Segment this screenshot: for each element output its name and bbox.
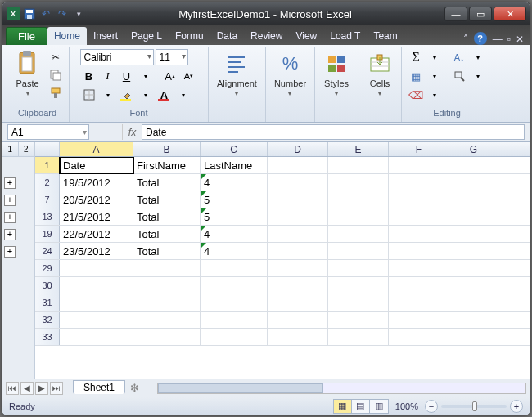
- cell[interactable]: [449, 157, 498, 173]
- cell[interactable]: [328, 329, 389, 345]
- cell[interactable]: [268, 191, 328, 208]
- row-header[interactable]: 1: [35, 157, 60, 173]
- cell[interactable]: [389, 312, 449, 328]
- tab-load-test[interactable]: Load T: [323, 27, 367, 45]
- cell[interactable]: [133, 312, 201, 328]
- cell[interactable]: [268, 208, 328, 225]
- tab-team[interactable]: Team: [367, 27, 404, 45]
- cell[interactable]: [328, 277, 389, 294]
- tab-review[interactable]: Review: [244, 27, 289, 45]
- col-header-C[interactable]: C: [201, 142, 268, 156]
- cell[interactable]: [60, 312, 133, 328]
- grid-rows[interactable]: 1DateFirstNameLastName219/5/2012Total472…: [35, 157, 530, 379]
- cell[interactable]: [268, 277, 328, 294]
- cell[interactable]: [389, 277, 449, 294]
- cell[interactable]: [389, 226, 449, 242]
- cell[interactable]: 20/5/2012: [60, 191, 133, 208]
- grow-font-icon[interactable]: A▴: [161, 68, 179, 84]
- cell[interactable]: [389, 174, 449, 191]
- cell[interactable]: [201, 312, 268, 328]
- cell[interactable]: [328, 294, 389, 311]
- cell[interactable]: [201, 277, 268, 294]
- name-box[interactable]: A1: [7, 124, 89, 140]
- horizontal-scrollbar[interactable]: [157, 383, 526, 394]
- shrink-font-icon[interactable]: A▾: [180, 68, 198, 84]
- find-dropdown-icon[interactable]: ▾: [469, 68, 487, 84]
- tab-view[interactable]: View: [289, 27, 323, 45]
- cells-button[interactable]: Cells ▾: [363, 49, 396, 99]
- minimize-ribbon-icon[interactable]: ˄: [461, 34, 471, 45]
- col-header-B[interactable]: B: [133, 142, 201, 156]
- paste-button[interactable]: Paste ▾: [11, 49, 44, 99]
- cell[interactable]: Total: [133, 208, 201, 225]
- cell[interactable]: 22/5/2012: [60, 226, 133, 242]
- styles-button[interactable]: Styles ▾: [320, 49, 353, 99]
- page-layout-view-icon[interactable]: ▤: [352, 400, 370, 413]
- col-header-E[interactable]: E: [328, 142, 389, 156]
- close-button[interactable]: ✕: [494, 7, 526, 21]
- font-name-combo[interactable]: Calibri: [80, 49, 154, 65]
- cell[interactable]: [133, 329, 201, 345]
- alignment-button[interactable]: Alignment ▾: [214, 49, 260, 99]
- borders-dropdown-icon[interactable]: ▾: [99, 87, 117, 103]
- cell[interactable]: [268, 174, 328, 191]
- cell[interactable]: [60, 277, 133, 294]
- cell[interactable]: [449, 243, 498, 259]
- file-tab[interactable]: File: [6, 27, 47, 45]
- sheet-nav-prev-icon[interactable]: ◀: [20, 382, 34, 395]
- sheet-nav-first-icon[interactable]: ⏮: [6, 382, 19, 395]
- select-all-corner[interactable]: [35, 142, 60, 156]
- col-header-G[interactable]: G: [449, 142, 498, 156]
- cell[interactable]: LastName: [201, 157, 268, 173]
- zoom-in-button[interactable]: +: [510, 400, 523, 413]
- mdi-minimize-icon[interactable]: —: [490, 34, 505, 45]
- cell[interactable]: [328, 174, 389, 191]
- cell[interactable]: [449, 226, 498, 242]
- cell[interactable]: [60, 260, 133, 276]
- outline-expand-icon[interactable]: +: [4, 212, 16, 223]
- fill-dropdown-icon[interactable]: ▾: [426, 68, 444, 84]
- cell[interactable]: [268, 312, 328, 328]
- cell[interactable]: [389, 260, 449, 276]
- new-sheet-icon[interactable]: ✻: [130, 382, 139, 394]
- row-header[interactable]: 19: [35, 226, 60, 242]
- cell[interactable]: [268, 157, 328, 173]
- number-button[interactable]: % Number ▾: [271, 49, 309, 99]
- cell[interactable]: 4: [201, 174, 268, 191]
- cell[interactable]: [201, 329, 268, 345]
- cell[interactable]: [328, 157, 389, 173]
- outline-level-2[interactable]: 2: [19, 142, 35, 156]
- font-color-dropdown-icon[interactable]: ▾: [174, 87, 192, 103]
- format-painter-icon[interactable]: [47, 85, 64, 101]
- fill-color-icon[interactable]: [118, 87, 136, 103]
- cell[interactable]: Total: [133, 174, 201, 191]
- cell[interactable]: 4: [201, 243, 268, 259]
- minimize-button[interactable]: —: [444, 7, 467, 21]
- autosum-icon[interactable]: Σ: [407, 49, 425, 65]
- row-header[interactable]: 30: [35, 277, 60, 294]
- cell[interactable]: [268, 243, 328, 259]
- cell[interactable]: Total: [133, 191, 201, 208]
- clear-dropdown-icon[interactable]: ▾: [426, 87, 444, 103]
- sheet-tab[interactable]: Sheet1: [73, 380, 125, 394]
- borders-icon[interactable]: [80, 87, 98, 103]
- cell[interactable]: Total: [133, 226, 201, 242]
- cell[interactable]: [449, 260, 498, 276]
- cell[interactable]: 4: [201, 226, 268, 242]
- row-header[interactable]: 29: [35, 260, 60, 276]
- page-break-view-icon[interactable]: ▥: [370, 400, 388, 413]
- maximize-button[interactable]: ▭: [469, 7, 492, 21]
- cell[interactable]: [268, 329, 328, 345]
- sheet-nav-last-icon[interactable]: ⏭: [50, 382, 63, 395]
- row-header[interactable]: 32: [35, 312, 60, 328]
- formula-input[interactable]: Date: [142, 124, 525, 140]
- row-header[interactable]: 7: [35, 191, 60, 208]
- cell[interactable]: 19/5/2012: [60, 174, 133, 191]
- clear-icon[interactable]: ⌫: [407, 87, 425, 103]
- underline-dropdown-icon[interactable]: ▾: [137, 68, 155, 84]
- tab-page-layout[interactable]: Page L: [124, 27, 169, 45]
- outline-expand-icon[interactable]: +: [4, 229, 16, 240]
- cell[interactable]: [389, 208, 449, 225]
- cell[interactable]: [389, 157, 449, 173]
- cell[interactable]: [133, 260, 201, 276]
